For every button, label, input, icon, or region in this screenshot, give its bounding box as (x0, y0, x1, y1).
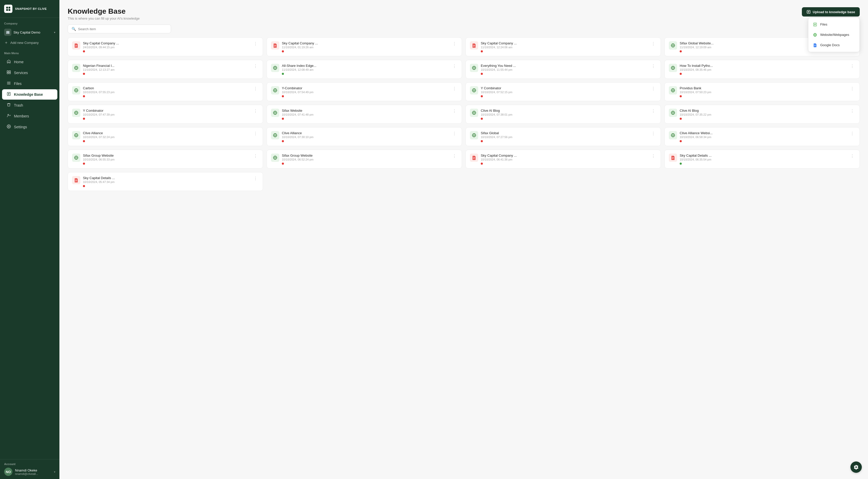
card-title: Clive Alliance (282, 131, 449, 135)
knowledge-card[interactable]: Clive Alliance Websi... 10/10/2024, 06:5… (664, 127, 860, 146)
card-menu-button[interactable]: ⋮ (650, 86, 656, 91)
settings-icon (6, 125, 11, 130)
knowledge-card[interactable]: Clive Alliance 10/10/2024, 07:32:24 pm ⋮ (68, 127, 263, 146)
web-card-icon (669, 41, 677, 49)
file-card-icon (72, 41, 80, 49)
sidebar-item-services[interactable]: Services (2, 68, 57, 78)
card-menu-button[interactable]: ⋮ (849, 86, 855, 91)
sidebar-item-settings[interactable]: Settings (2, 122, 57, 132)
sidebar-item-label: Members (14, 114, 29, 118)
main-menu-label: Main Menu (0, 47, 59, 56)
card-date: 10/10/2024, 07:35:22 pm (680, 113, 846, 116)
sidebar-item-files[interactable]: Files (2, 78, 57, 89)
knowledge-card[interactable]: Y Combinator 10/10/2024, 07:52:15 pm ⋮ (466, 82, 661, 101)
knowledge-card[interactable]: Sky Capital Company ... 24/10/2024, 09:4… (68, 37, 263, 56)
upload-button[interactable]: Upload to knowledge base (802, 7, 860, 16)
knowledge-grid-container: Sky Capital Company ... 24/10/2024, 09:4… (59, 37, 868, 479)
card-menu-button[interactable]: ⋮ (252, 176, 258, 181)
svg-rect-7 (9, 72, 10, 74)
knowledge-card[interactable]: Sky Capital Company ... 10/10/2024, 06:4… (466, 150, 661, 169)
knowledge-card[interactable]: Clive AI Blog 10/10/2024, 07:38:01 pm ⋮ (466, 105, 661, 124)
card-status-indicator (83, 73, 85, 75)
knowledge-card[interactable]: Carbon 10/10/2024, 07:55:23 pm ⋮ (68, 82, 263, 101)
knowledge-card[interactable]: Clive Alliance 10/10/2024, 07:30:10 pm ⋮ (267, 127, 462, 146)
web-card-icon (271, 109, 279, 117)
sidebar-item-trash[interactable]: Trash (2, 100, 57, 110)
knowledge-card[interactable]: Clive AI Blog 10/10/2024, 07:35:22 pm ⋮ (664, 105, 860, 124)
web-card-icon (271, 86, 279, 95)
user-email: nnamdi@cliveall... (15, 472, 52, 475)
user-profile[interactable]: NO Nnamdi Okeke nnamdi@cliveall... ▾ (4, 468, 55, 476)
svg-rect-4 (7, 71, 8, 72)
card-status-indicator (481, 73, 483, 75)
knowledge-card[interactable]: Sky Capital Details ... 10/10/2024, 06:3… (664, 150, 860, 169)
knowledge-card[interactable]: Sifax Website 10/10/2024, 07:41:48 pm ⋮ (267, 105, 462, 124)
knowledge-card[interactable]: Sifax Group Website 10/10/2024, 06:52:24… (267, 150, 462, 169)
page-header: Knowledge Base This is where you can fil… (59, 0, 868, 25)
knowledge-card[interactable]: Y-Combinator 10/10/2024, 07:54:49 pm ⋮ (267, 82, 462, 101)
card-menu-button[interactable]: ⋮ (849, 153, 855, 159)
card-date: 10/10/2024, 07:50:23 pm (680, 91, 846, 94)
card-title: Clive Alliance Websi... (680, 131, 846, 135)
card-menu-button[interactable]: ⋮ (849, 64, 855, 69)
upload-icon (807, 10, 811, 14)
knowledge-card[interactable]: Sky Capital Details ... 10/10/2024, 05:4… (68, 172, 263, 191)
knowledge-card[interactable]: How To Install Pytho... 10/10/2024, 08:3… (664, 60, 860, 79)
fab-settings-button[interactable] (850, 461, 862, 473)
card-title: Sky Capital Company ... (282, 41, 449, 45)
card-menu-button[interactable]: ⋮ (451, 41, 458, 46)
card-menu-button[interactable]: ⋮ (451, 131, 458, 136)
card-title: Sifax Group Website (282, 153, 449, 158)
card-menu-button[interactable]: ⋮ (650, 41, 656, 46)
card-menu-button[interactable]: ⋮ (451, 86, 458, 91)
sidebar-item-members[interactable]: Members (2, 111, 57, 121)
knowledge-card[interactable]: Sky Capital Company ... 11/10/2024, 12:2… (466, 37, 661, 56)
card-menu-button[interactable]: ⋮ (849, 109, 855, 114)
user-chevron-icon: ▾ (54, 471, 55, 473)
knowledge-card[interactable]: All-Share Index Edge... 11/10/2024, 12:0… (267, 60, 462, 79)
svg-rect-1 (8, 7, 10, 8)
card-menu-button[interactable]: ⋮ (252, 109, 258, 114)
knowledge-card[interactable]: Nigerian Financial I... 11/10/2024, 12:1… (68, 60, 263, 79)
chevron-down-icon: ▾ (54, 31, 55, 34)
card-date: 10/10/2024, 07:41:48 pm (282, 113, 449, 116)
card-menu-button[interactable]: ⋮ (451, 153, 458, 159)
web-card-icon (669, 131, 677, 139)
svg-rect-0 (6, 7, 8, 8)
card-menu-button[interactable]: ⋮ (650, 131, 656, 136)
add-company-button[interactable]: ＋ Add new Company (0, 38, 59, 47)
card-menu-button[interactable]: ⋮ (849, 131, 855, 136)
card-menu-button[interactable]: ⋮ (451, 64, 458, 69)
upload-button-label: Upload to knowledge base (813, 10, 855, 14)
knowledge-card[interactable]: Providus Bank 10/10/2024, 07:50:23 pm ⋮ (664, 82, 860, 101)
card-title: Sky Capital Company ... (83, 41, 250, 45)
knowledge-card[interactable]: Sifax Group Website 10/10/2024, 06:55:33… (68, 150, 263, 169)
card-title: Sifax Global (481, 131, 648, 135)
card-menu-button[interactable]: ⋮ (252, 41, 258, 46)
sidebar-item-knowledge-base[interactable]: Knowledge Base (2, 89, 57, 100)
card-menu-button[interactable]: ⋮ (650, 109, 656, 114)
sidebar-item-label: Services (14, 71, 28, 75)
knowledge-card[interactable]: Sifax Global 10/10/2024, 07:27:56 pm ⋮ (466, 127, 661, 146)
knowledge-card[interactable]: Everything You Need ... 10/10/2024, 11:5… (466, 60, 661, 79)
dropdown-item-gdocs[interactable]: Google Docs (808, 40, 860, 50)
card-status-indicator (680, 50, 682, 53)
card-menu-button[interactable]: ⋮ (650, 64, 656, 69)
card-menu-button[interactable]: ⋮ (451, 109, 458, 114)
card-menu-button[interactable]: ⋮ (252, 86, 258, 91)
knowledge-card[interactable]: Y Combinator 10/10/2024, 07:47:39 pm ⋮ (68, 105, 263, 124)
dropdown-gdocs-label: Google Docs (820, 43, 840, 47)
search-input[interactable] (78, 27, 167, 31)
card-menu-button[interactable]: ⋮ (650, 153, 656, 159)
sidebar-item-home[interactable]: Home (2, 57, 57, 67)
services-icon (6, 70, 11, 75)
card-menu-button[interactable]: ⋮ (252, 153, 258, 159)
card-status-indicator (680, 95, 682, 97)
knowledge-card[interactable]: Sky Capital Company ... 11/10/2024, 01:1… (267, 37, 462, 56)
dropdown-item-files[interactable]: Files (808, 20, 860, 30)
company-selector[interactable]: 🏢 Sky Capital Demo ▾ (0, 27, 59, 38)
card-menu-button[interactable]: ⋮ (252, 131, 258, 136)
dropdown-item-website[interactable]: Website/Webpages (808, 30, 860, 40)
card-menu-button[interactable]: ⋮ (252, 64, 258, 69)
knowledge-grid: Sky Capital Company ... 24/10/2024, 09:4… (68, 37, 860, 191)
